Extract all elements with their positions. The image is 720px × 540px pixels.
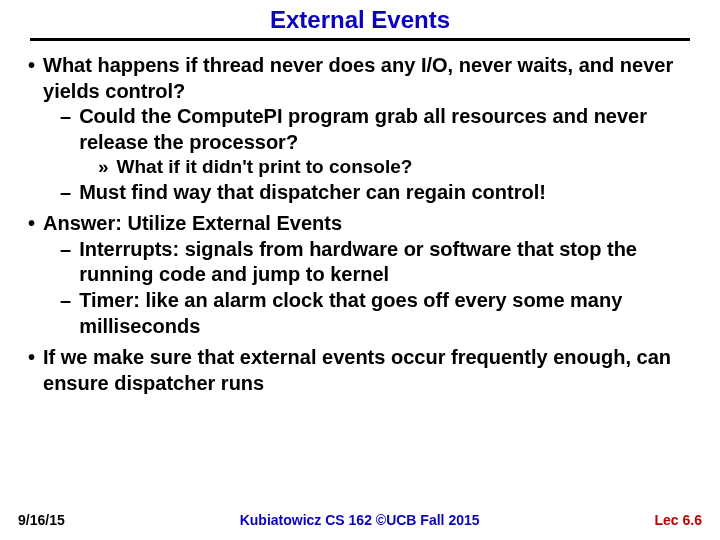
bullet-level1: • What happens if thread never does any …: [28, 53, 692, 104]
bullet-text: What happens if thread never does any I/…: [43, 53, 692, 104]
bullet-glyph-raquo: »: [98, 155, 117, 179]
bullet-level3: » What if it didn't print to console?: [98, 155, 692, 179]
bullet-glyph-dash: –: [60, 104, 79, 155]
bullet-level1: • If we make sure that external events o…: [28, 345, 692, 396]
bullet-glyph-dot: •: [28, 211, 43, 237]
slide: External Events • What happens if thread…: [0, 0, 720, 540]
bullet-text: Interrupts: signals from hardware or sof…: [79, 237, 692, 288]
bullet-level2: – Timer: like an alarm clock that goes o…: [60, 288, 692, 339]
footer-right: Lec 6.6: [655, 512, 702, 528]
bullet-glyph-dot: •: [28, 345, 43, 396]
bullet-text: If we make sure that external events occ…: [43, 345, 692, 396]
bullet-level2: – Must find way that dispatcher can rega…: [60, 180, 692, 206]
bullet-text: What if it didn't print to console?: [117, 155, 692, 179]
bullet-text: Must find way that dispatcher can regain…: [79, 180, 692, 206]
bullet-level2: – Could the ComputePI program grab all r…: [60, 104, 692, 155]
bullet-glyph-dash: –: [60, 180, 79, 206]
slide-body: • What happens if thread never does any …: [0, 41, 720, 396]
footer-date: 9/16/15: [18, 512, 65, 528]
bullet-level2: – Interrupts: signals from hardware or s…: [60, 237, 692, 288]
bullet-text: Answer: Utilize External Events: [43, 211, 692, 237]
bullet-glyph-dash: –: [60, 288, 79, 339]
bullet-glyph-dash: –: [60, 237, 79, 288]
title-bar: External Events: [30, 0, 690, 41]
slide-title: External Events: [30, 0, 690, 38]
slide-footer: 9/16/15 Kubiatowicz CS 162 ©UCB Fall 201…: [0, 512, 720, 528]
bullet-glyph-dot: •: [28, 53, 43, 104]
footer-center: Kubiatowicz CS 162 ©UCB Fall 2015: [65, 512, 655, 528]
bullet-text: Could the ComputePI program grab all res…: [79, 104, 692, 155]
bullet-level1: • Answer: Utilize External Events: [28, 211, 692, 237]
bullet-text: Timer: like an alarm clock that goes off…: [79, 288, 692, 339]
